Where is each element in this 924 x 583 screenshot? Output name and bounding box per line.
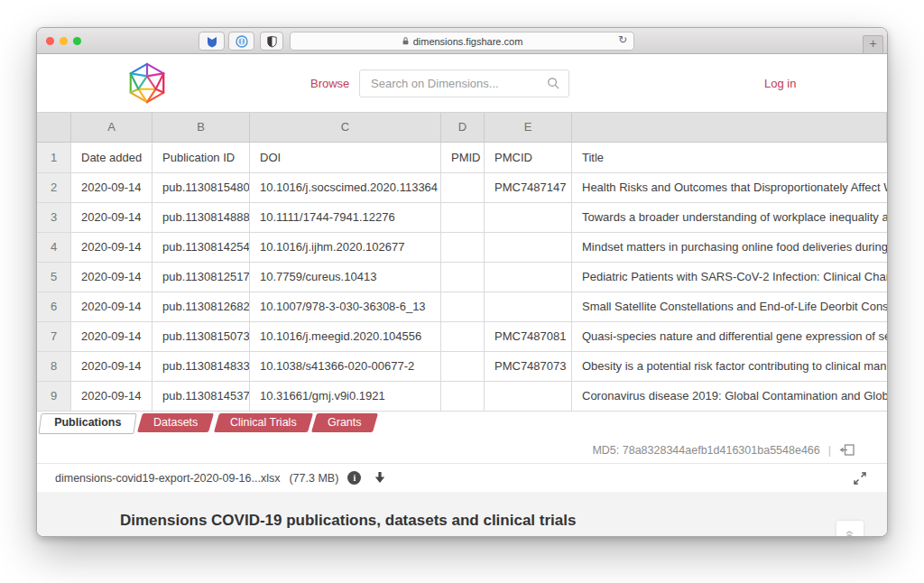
cell-doi[interactable]: 10.7759/cureus.10413 [250, 263, 441, 292]
cell-publication-id[interactable]: pub.1130815480 [152, 173, 250, 202]
column-letter[interactable]: D [441, 113, 485, 142]
cell-pmcid[interactable] [485, 263, 572, 292]
cell-title[interactable]: Coronavirus disease 2019: Global Contami… [572, 382, 887, 411]
column-letter[interactable]: B [152, 113, 250, 142]
dimensions-logo[interactable] [125, 61, 169, 105]
cell-pmid[interactable] [441, 322, 485, 351]
cell-doi[interactable]: 10.1016/j.meegid.2020.104556 [250, 322, 441, 351]
header-cell[interactable]: Publication ID [152, 143, 250, 172]
cell-doi[interactable]: 10.1016/j.socscimed.2020.113364 [250, 173, 441, 202]
scroll-to-top-button[interactable]: « [836, 521, 864, 537]
cell-pmid[interactable] [441, 203, 485, 232]
cell-pmcid[interactable] [485, 203, 572, 232]
cell-date-added[interactable]: 2020-09-14 [71, 173, 152, 202]
blue-shield-icon [206, 35, 218, 48]
cell-title[interactable]: Small Satellite Constellations and End-o… [572, 292, 887, 321]
new-tab-button[interactable]: + [863, 35, 883, 54]
header-cell[interactable]: Title [572, 143, 887, 172]
padlock-icon [402, 36, 410, 46]
corner-cell[interactable] [37, 113, 71, 142]
cell-pmcid[interactable] [485, 233, 572, 262]
expand-fullscreen-icon[interactable] [853, 471, 867, 486]
cell-title[interactable]: Obesity is a potential risk factor contr… [572, 352, 887, 381]
column-letter[interactable] [572, 113, 887, 142]
tab-publications[interactable]: Publications [38, 413, 137, 434]
cell-date-added[interactable]: 2020-09-14 [71, 352, 152, 381]
embed-icon[interactable] [839, 444, 855, 456]
header-cell[interactable]: PMID [441, 143, 485, 172]
table-row: 2 2020-09-14 pub.1130815480 10.1016/j.so… [37, 173, 887, 203]
row-number[interactable]: 6 [37, 292, 71, 321]
column-letter[interactable]: E [485, 113, 572, 142]
cell-pmid[interactable] [441, 173, 485, 202]
column-letter[interactable]: C [250, 113, 441, 142]
info-icon[interactable]: i [347, 471, 361, 485]
row-number[interactable]: 5 [37, 263, 71, 292]
cell-doi[interactable]: 10.31661/gmj.v9i0.1921 [250, 382, 441, 411]
tab-datasets[interactable]: Datasets [137, 413, 214, 432]
cell-date-added[interactable]: 2020-09-14 [71, 233, 152, 262]
cell-doi[interactable]: 10.1007/978-3-030-36308-6_13 [250, 292, 441, 321]
cell-date-added[interactable]: 2020-09-14 [71, 322, 152, 351]
cell-pmid[interactable] [441, 263, 485, 292]
cell-pmcid[interactable]: PMC7487147 [485, 173, 572, 202]
page-footer: Dimensions COVID-19 publications, datase… [37, 492, 887, 537]
minimize-window-button[interactable] [60, 37, 68, 45]
extension-circle-button[interactable] [228, 32, 254, 51]
zoom-window-button[interactable] [73, 37, 81, 45]
cell-publication-id[interactable]: pub.1130812517 [152, 263, 250, 292]
cell-date-added[interactable]: 2020-09-14 [71, 382, 152, 411]
row-number[interactable]: 7 [37, 322, 71, 351]
table-row: 9 2020-09-14 pub.1130814537 10.31661/gmj… [37, 382, 887, 412]
table-row: 7 2020-09-14 pub.1130815073 10.1016/j.me… [37, 322, 887, 352]
cell-publication-id[interactable]: pub.1130814833 [152, 352, 250, 381]
cell-title[interactable]: Health Risks and Outcomes that Dispropor… [572, 173, 887, 202]
tab-clinical-trials[interactable]: Clinical Trials [214, 413, 313, 432]
cell-doi[interactable]: 10.1111/1744-7941.12276 [250, 203, 441, 232]
cell-title[interactable]: Mindset matters in purchasing online foo… [572, 233, 887, 262]
close-window-button[interactable] [46, 37, 54, 45]
browse-link[interactable]: Browse [310, 77, 349, 90]
cell-pmcid[interactable]: PMC7487081 [485, 322, 572, 351]
cell-pmcid[interactable]: PMC7487073 [485, 352, 572, 381]
cell-pmid[interactable] [441, 352, 485, 381]
extension-privacy-shield-button[interactable] [260, 32, 283, 51]
cell-title[interactable]: Quasi-species nature and differential ge… [572, 322, 887, 351]
cell-pmcid[interactable] [485, 382, 572, 411]
cell-title[interactable]: Towards a broader understanding of workp… [572, 203, 887, 232]
cell-pmid[interactable] [441, 233, 485, 262]
cell-publication-id[interactable]: pub.1130814254 [152, 233, 250, 262]
cell-date-added[interactable]: 2020-09-14 [71, 203, 152, 232]
cell-publication-id[interactable]: pub.1130812682 [152, 292, 250, 321]
row-number[interactable]: 2 [37, 173, 71, 202]
cell-title[interactable]: Pediatric Patients with SARS-CoV-2 Infec… [572, 263, 887, 292]
address-bar[interactable]: dimensions.figshare.com ↻ [290, 32, 634, 51]
refresh-icon[interactable]: ↻ [618, 33, 627, 46]
search-input[interactable] [360, 70, 568, 97]
row-number[interactable]: 9 [37, 382, 71, 411]
column-letter[interactable]: A [71, 113, 152, 142]
cell-pmid[interactable] [441, 292, 485, 321]
row-number[interactable]: 8 [37, 352, 71, 381]
cell-date-added[interactable]: 2020-09-14 [71, 292, 152, 321]
header-cell[interactable]: Date added [71, 143, 152, 172]
cell-doi[interactable]: 10.1038/s41366-020-00677-2 [250, 352, 441, 381]
login-link[interactable]: Log in [764, 77, 796, 90]
header-cell[interactable]: PMCID [485, 143, 572, 172]
cell-doi[interactable]: 10.1016/j.ijhm.2020.102677 [250, 233, 441, 262]
header-cell[interactable]: DOI [250, 143, 441, 172]
cell-publication-id[interactable]: pub.1130814888 [152, 203, 250, 232]
row-number[interactable]: 1 [37, 143, 71, 172]
search-icon[interactable] [547, 77, 560, 90]
row-number[interactable]: 3 [37, 203, 71, 232]
cell-pmcid[interactable] [485, 292, 572, 321]
extension-shield-blue-button[interactable] [199, 32, 225, 51]
row-number[interactable]: 4 [37, 233, 71, 262]
cell-date-added[interactable]: 2020-09-14 [71, 263, 152, 292]
table-row: 6 2020-09-14 pub.1130812682 10.1007/978-… [37, 292, 887, 322]
download-icon[interactable] [374, 471, 386, 485]
cell-pmid[interactable] [441, 382, 485, 411]
cell-publication-id[interactable]: pub.1130815073 [152, 322, 250, 351]
tab-grants[interactable]: Grants [311, 413, 378, 432]
cell-publication-id[interactable]: pub.1130814537 [152, 382, 250, 411]
